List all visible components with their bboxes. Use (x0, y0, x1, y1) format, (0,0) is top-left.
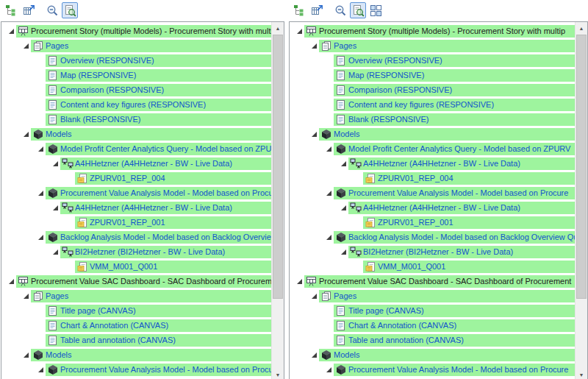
tree-row[interactable]: Overview (RESPONSIVE) (290, 53, 575, 68)
right-vertical-scrollbar[interactable]: ▲ ▼ (575, 22, 587, 379)
expander-icon[interactable] (35, 232, 46, 242)
scrollbar-track[interactable] (272, 35, 284, 369)
export-table-button[interactable] (309, 2, 325, 18)
expander-icon[interactable] (21, 350, 31, 360)
tree-row[interactable]: ZPURV01_REP_001 (290, 215, 575, 230)
tree-row[interactable]: Overview (RESPONSIVE) (1, 53, 271, 68)
scroll-up-button[interactable]: ▲ (272, 22, 284, 35)
grid-view-button[interactable] (368, 2, 384, 18)
tree-row[interactable]: Table and annotation (CANVAS) (290, 333, 575, 347)
expand-structure-button[interactable] (3, 2, 19, 18)
tree-row-label: Title page (CANVAS) (348, 306, 427, 315)
tree-row[interactable]: Procurement Value SAC Dashboard - SAC Da… (290, 274, 575, 288)
tree-row[interactable]: Chart & Annotation (CANVAS) (1, 318, 271, 333)
tree-row[interactable]: Title page (CANVAS) (290, 303, 575, 318)
expander-icon[interactable] (35, 364, 46, 375)
tree-row[interactable]: ZPURV01_REP_004 (290, 171, 575, 185)
tree-row[interactable]: Model Profit Center Analytics Query - Mo… (1, 141, 271, 156)
model-icon (334, 143, 347, 155)
tree-row[interactable]: Pages (1, 288, 271, 303)
tree-row[interactable]: Blank (RESPONSIVE) (1, 112, 271, 127)
tree-row[interactable]: ZPURV01_REP_004 (1, 171, 271, 185)
tree-row[interactable]: Procurement Value Analysis Model - Model… (1, 362, 271, 377)
zoom-out-button[interactable] (44, 2, 60, 18)
expander-icon[interactable] (309, 350, 319, 360)
export-table-button[interactable] (21, 2, 37, 18)
tree-row[interactable]: Blank (RESPONSIVE) (290, 112, 575, 127)
scrollbar-thumb[interactable] (273, 35, 283, 299)
tree-row[interactable]: BI2Hetzner (BI2Hetzner - BW - Live Data) (1, 244, 271, 259)
tree-row[interactable]: A4HHetzner (A4HHetzner - BW - Live Data) (1, 156, 271, 171)
tree-row[interactable]: Pages (290, 288, 575, 303)
tree-row[interactable]: Models (1, 347, 271, 362)
tree-row[interactable]: A4HHetzner (A4HHetzner - BW - Live Data) (290, 200, 575, 215)
expander-icon[interactable] (309, 291, 319, 301)
expander-icon[interactable] (323, 188, 334, 198)
expander-icon[interactable] (338, 247, 348, 257)
expander-icon[interactable] (35, 188, 46, 198)
tree-row[interactable]: Pages (1, 38, 271, 53)
expander-icon[interactable] (50, 158, 60, 169)
tree-row[interactable]: VMM_M001_Q001 (290, 259, 575, 274)
tree-row[interactable]: Backlog Analysis Model - Model based on … (290, 230, 575, 244)
expander-icon[interactable] (338, 202, 348, 213)
tree-row[interactable]: Procurement Value Analysis Model - Model… (1, 185, 271, 200)
tree-row[interactable]: Content and key figures (RESPONSIVE) (1, 97, 271, 112)
expander-icon[interactable] (21, 129, 31, 139)
tree-row[interactable]: Content and key figures (RESPONSIVE) (290, 97, 575, 112)
match-highlight: Content and key figures (RESPONSIVE) (334, 99, 575, 111)
tree-row[interactable]: A4HHetzner (A4HHetzner - BW - Live Data) (1, 200, 271, 215)
tree-row[interactable]: Procurement Value SAC Dashboard - SAC Da… (1, 274, 271, 288)
expander-icon[interactable] (21, 40, 31, 51)
expander-icon[interactable] (50, 202, 60, 213)
tree-row[interactable]: Table and annotation (CANVAS) (1, 333, 271, 347)
tree-row[interactable]: Model Profit Center Analytics Query - Mo… (290, 141, 575, 156)
tree-row[interactable]: Procurement Story (multiple Models) - Pr… (290, 24, 575, 38)
expand-structure-button[interactable] (291, 2, 307, 18)
tree-row[interactable]: Procurement Value Analysis Model - Model… (290, 185, 575, 200)
tree-row[interactable]: Comparison (RESPONSIVE) (1, 82, 271, 97)
scrollbar-track[interactable] (576, 35, 587, 369)
tree-row-label: Chart & Annotation (CANVAS) (60, 321, 171, 330)
expander-icon[interactable] (35, 144, 46, 154)
expander-icon[interactable] (294, 26, 304, 36)
highlight-differences-toggle[interactable] (62, 2, 78, 18)
tree-row[interactable]: Pages (290, 38, 575, 53)
tree-row[interactable]: Procurement Value Analysis Model - Model… (290, 362, 575, 377)
expander-icon[interactable] (323, 364, 334, 375)
tree-row[interactable]: Backlog Analysis Model - Model based on … (1, 230, 271, 244)
left-vertical-scrollbar[interactable]: ▲ ▼ (271, 22, 284, 379)
tree-row[interactable]: Models (290, 127, 575, 141)
tree-row[interactable]: BI2Hetzner (BI2Hetzner - BW - Live Data) (290, 244, 575, 259)
expander-spacer (35, 99, 46, 110)
tree-row[interactable]: ZPURV01_REP_001 (1, 215, 271, 230)
tree-row[interactable]: Models (290, 347, 575, 362)
tree-row[interactable]: Models (1, 127, 271, 141)
scroll-down-button[interactable]: ▼ (576, 369, 587, 379)
zoom-out-button[interactable] (332, 2, 348, 18)
expander-icon[interactable] (338, 158, 348, 169)
expander-icon[interactable] (309, 40, 319, 51)
tree-row[interactable]: VMM_M001_Q001 (1, 259, 271, 274)
expander-icon[interactable] (50, 247, 60, 257)
expander-icon[interactable] (323, 144, 334, 154)
tree-row[interactable]: A4HHetzner (A4HHetzner - BW - Live Data) (290, 156, 575, 171)
tree-row[interactable]: Title page (CANVAS) (1, 303, 271, 318)
tree-row[interactable]: Map (RESPONSIVE) (290, 68, 575, 82)
tree-row[interactable]: Chart & Annotation (CANVAS) (290, 318, 575, 333)
tree-row[interactable]: Procurement Story (multiple Models) - Pr… (1, 24, 271, 38)
expander-icon[interactable] (21, 291, 31, 301)
expander-icon[interactable] (6, 26, 16, 36)
scroll-down-button[interactable]: ▼ (272, 369, 284, 379)
tree-row[interactable]: Map (RESPONSIVE) (1, 68, 271, 82)
tree-row-label: Procurement Value Analysis Model - Model… (348, 365, 571, 374)
expander-icon[interactable] (294, 276, 304, 286)
expander-icon[interactable] (323, 232, 334, 242)
page-icon (334, 69, 347, 81)
expander-icon[interactable] (6, 276, 16, 286)
scroll-up-button[interactable]: ▲ (576, 22, 587, 35)
scrollbar-thumb[interactable] (576, 35, 587, 299)
highlight-differences-toggle[interactable] (350, 2, 366, 18)
tree-row[interactable]: Comparison (RESPONSIVE) (290, 82, 575, 97)
expander-icon[interactable] (309, 129, 319, 139)
